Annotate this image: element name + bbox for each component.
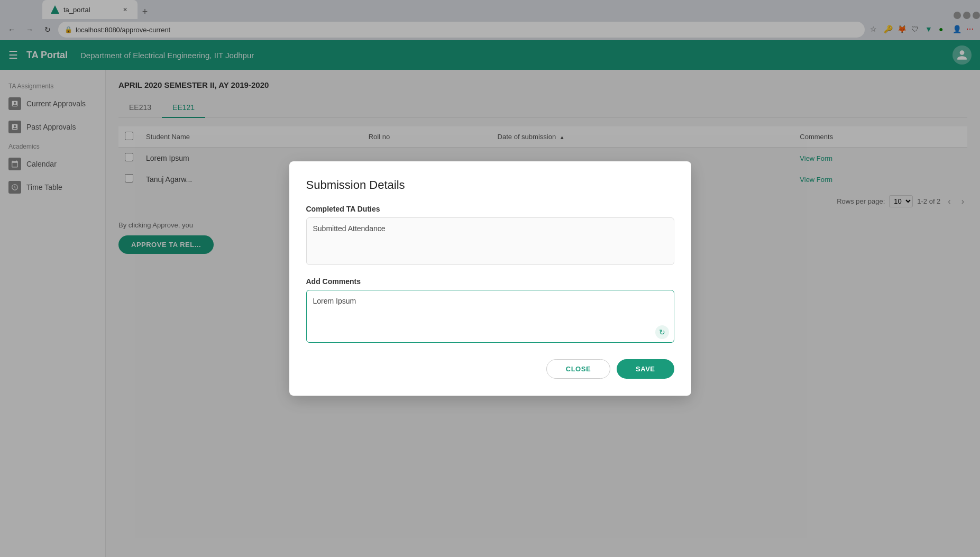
close-button[interactable]: CLOSE [546,359,610,379]
completed-ta-duties-label: Completed TA Duties [306,205,674,213]
completed-ta-duties-textarea: Submitted Attendance [306,217,674,265]
modal-actions: CLOSE SAVE [306,359,674,379]
modal-title: Submission Details [306,178,674,192]
save-button[interactable]: SAVE [617,359,674,379]
comments-section: Add Comments Lorem Ipsum ↻ [306,277,674,344]
modal-overlay[interactable]: Submission Details Completed TA Duties S… [0,0,980,557]
refresh-icon[interactable]: ↻ [655,325,669,339]
submission-details-modal: Submission Details Completed TA Duties S… [289,161,691,396]
add-comments-textarea[interactable]: Lorem Ipsum [306,290,674,343]
add-comments-label: Add Comments [306,277,674,286]
